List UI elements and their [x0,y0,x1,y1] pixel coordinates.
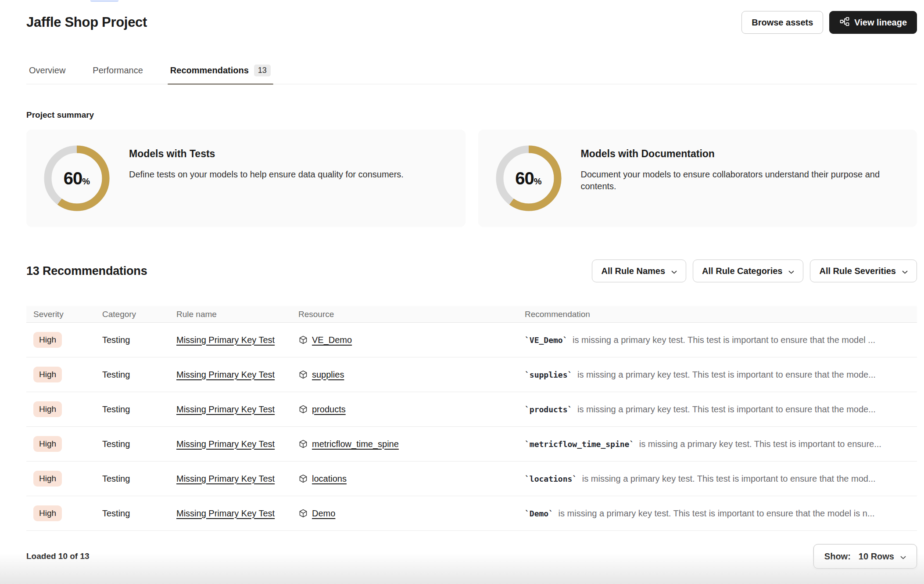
severity-badge: High [33,471,62,487]
models-with-documentation-card: 60 % Models with Documentation Document … [478,130,917,227]
resource-cell: metricflow_time_spine [298,439,525,449]
table-header-row: Severity Category Rule name Resource Rec… [26,306,917,323]
recommendation-cell: `locations` is missing a primary key tes… [525,474,917,484]
recommendation-code: `products` [525,405,572,414]
category-cell: Testing [102,335,176,345]
model-cube-icon [298,335,308,345]
severity-cell: High [33,332,102,348]
browse-assets-label: Browse assets [752,18,813,28]
summary-cards: 60 % Models with Tests Define tests on y… [26,130,917,227]
filter-label: All Rule Categories [702,266,782,276]
severity-badge: High [33,401,62,417]
resource-link[interactable]: metricflow_time_spine [312,439,399,449]
severity-badge: High [33,367,62,382]
category-cell: Testing [102,508,176,519]
card-title: Models with Documentation [581,148,897,160]
table-footer: Loaded 10 of 13 Show: 10 Rows [26,544,917,569]
table-row: High Testing Missing Primary Key Test De… [26,496,917,531]
rule-names-filter[interactable]: All Rule Names [592,260,686,282]
show-label: Show: [824,552,851,562]
recommendation-text: is missing a primary key test. This test… [582,474,876,483]
gauge-number: 60 [64,169,82,188]
resource-cell: Demo [298,508,525,519]
column-header-severity: Severity [33,310,102,319]
resource-cell: products [298,404,525,415]
model-cube-icon [298,370,308,379]
table-row: High Testing Missing Primary Key Test pr… [26,392,917,427]
recommendations-header: 13 Recommendations All Rule Names All Ru… [26,260,917,282]
filter-label: All Rule Names [601,266,665,276]
resource-link[interactable]: products [312,404,346,415]
gauge-percent-sign: % [534,177,542,187]
gauge-number: 60 [515,169,534,188]
recommendation-text: is missing a primary key test. This test… [577,370,876,379]
severity-cell: High [33,401,102,417]
recommendation-code: `Demo` [525,509,553,518]
resource-cell: VE_Demo [298,335,525,345]
chevron-down-icon [902,266,908,276]
rule-severities-filter[interactable]: All Rule Severities [810,260,917,282]
recommendations-table: Severity Category Rule name Resource Rec… [26,306,917,531]
resource-cell: locations [298,474,525,484]
card-text: Models with Tests Define tests on your m… [129,145,404,180]
recommendation-code: `supplies` [525,370,572,379]
card-text: Models with Documentation Document your … [581,145,897,192]
rule-name-link[interactable]: Missing Primary Key Test [176,439,275,449]
column-header-rule-name: Rule name [176,310,298,319]
resource-link[interactable]: locations [312,474,347,484]
rows-per-page-dropdown[interactable]: Show: 10 Rows [813,544,917,569]
table-row: High Testing Missing Primary Key Test me… [26,427,917,461]
rule-name-link[interactable]: Missing Primary Key Test [176,474,275,483]
recommendation-text: is missing a primary key test. This test… [559,508,875,518]
view-lineage-button[interactable]: View lineage [829,11,917,34]
view-lineage-label: View lineage [854,18,907,28]
model-cube-icon [298,404,308,414]
severity-badge: High [33,436,62,452]
gauge-percent-sign: % [82,177,90,187]
recommendation-code: `metricflow_time_spine` [525,440,634,449]
recommendation-text: is missing a primary key test. This test… [577,404,876,414]
gauge-value: 60 % [44,145,110,211]
table-body: High Testing Missing Primary Key Test VE… [26,323,917,531]
loaded-count-label: Loaded 10 of 13 [26,552,90,561]
browse-assets-button[interactable]: Browse assets [741,11,823,34]
recommendation-cell: `products` is missing a primary key test… [525,404,917,415]
rule-categories-filter[interactable]: All Rule Categories [693,260,803,282]
header-actions: Browse assets View lineage [741,11,917,34]
category-cell: Testing [102,439,176,449]
page-title: Jaffle Shop Project [26,11,147,30]
severity-badge: High [33,332,62,348]
recommendation-cell: `VE_Demo` is missing a primary key test.… [525,335,917,345]
recommendation-code: `VE_Demo` [525,335,568,345]
model-cube-icon [298,439,308,449]
model-cube-icon [298,508,308,518]
severity-cell: High [33,505,102,521]
tab-overview-label: Overview [29,65,65,76]
chevron-down-icon [671,266,677,276]
top-edge-artifact [90,0,118,2]
resource-link[interactable]: supplies [312,370,344,380]
card-description: Document your models to ensure collabora… [581,169,897,192]
tab-bar: Overview Performance Recommendations 13 [26,65,917,84]
project-page: Jaffle Shop Project Browse assets View l… [0,0,924,584]
table-row: High Testing Missing Primary Key Test VE… [26,323,917,357]
tab-overview[interactable]: Overview [26,65,68,84]
resource-cell: supplies [298,370,525,380]
tab-performance[interactable]: Performance [90,65,146,84]
show-value: 10 Rows [859,552,894,562]
category-cell: Testing [102,474,176,484]
models-with-tests-card: 60 % Models with Tests Define tests on y… [26,130,466,227]
tab-recommendations-label: Recommendations [170,65,249,76]
rule-name-link[interactable]: Missing Primary Key Test [176,370,275,379]
rule-name-link[interactable]: Missing Primary Key Test [176,404,275,414]
rule-name-link[interactable]: Missing Primary Key Test [176,335,275,345]
chevron-down-icon [788,266,794,276]
recommendation-text: is missing a primary key test. This test… [573,335,875,345]
resource-link[interactable]: Demo [312,508,335,519]
rule-name-link[interactable]: Missing Primary Key Test [176,508,275,518]
recommendation-text: is missing a primary key test. This test… [639,439,881,449]
severity-cell: High [33,436,102,452]
column-header-category: Category [102,310,176,319]
resource-link[interactable]: VE_Demo [312,335,352,345]
tab-recommendations[interactable]: Recommendations 13 [168,65,273,84]
